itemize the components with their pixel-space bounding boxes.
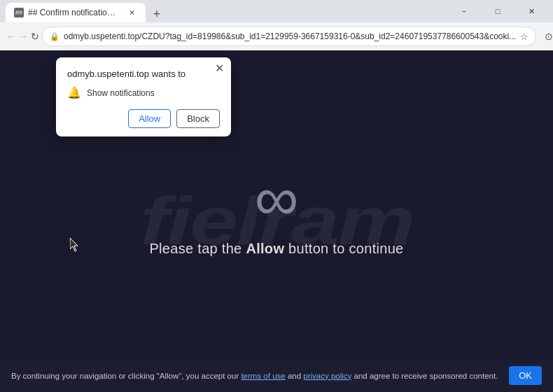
star-icon[interactable]: ☆ bbox=[520, 31, 528, 42]
new-tab-button[interactable]: + bbox=[148, 6, 165, 22]
popup-row: 🔔 Show notifications bbox=[67, 86, 220, 99]
back-button[interactable]: ← bbox=[6, 27, 15, 46]
main-content: ∞ Please tap the Allow button to continu… bbox=[149, 168, 403, 257]
consent-text-middle: and bbox=[286, 372, 304, 380]
forward-button[interactable]: → bbox=[18, 27, 28, 46]
infinity-symbol: ∞ bbox=[255, 168, 299, 230]
bell-icon: 🔔 bbox=[67, 86, 81, 99]
profile-icon[interactable]: ⊙ bbox=[539, 27, 553, 46]
toolbar: ← → ↻ 🔒 odmyb.uspetenti.top/CZDU?tag_id=… bbox=[0, 22, 553, 50]
window-controls: − □ ✕ bbox=[448, 0, 547, 22]
toolbar-right: ⊙ ⋮ bbox=[539, 27, 553, 46]
consent-text: By continuing your navigation or clickin… bbox=[11, 372, 500, 380]
lock-icon: 🔒 bbox=[50, 32, 59, 41]
popup-actions: Allow Block bbox=[67, 109, 220, 128]
address-bar[interactable]: 🔒 odmyb.uspetenti.top/CZDU?tag_id=819986… bbox=[42, 27, 536, 46]
tab-area: ## ## Confirm notifications ## ✕ + bbox=[6, 0, 445, 22]
allow-button[interactable]: Allow bbox=[128, 109, 171, 128]
tab-title: ## Confirm notifications ## bbox=[28, 8, 119, 18]
maximize-button[interactable]: □ bbox=[482, 0, 514, 22]
continue-text: Please tap the Allow button to continue bbox=[149, 241, 403, 257]
close-window-button[interactable]: ✕ bbox=[515, 0, 547, 22]
tab-close-button[interactable]: ✕ bbox=[126, 7, 137, 18]
titlebar: ## ## Confirm notifications ## ✕ + − □ ✕ bbox=[0, 0, 553, 22]
content-area: fielram ∞ Please tap the Allow button to… bbox=[0, 50, 553, 392]
address-right-icons: ☆ bbox=[520, 31, 528, 42]
popup-close-button[interactable]: ✕ bbox=[215, 63, 224, 74]
consent-text-after: and agree to receive sponsored content. bbox=[351, 372, 498, 380]
continue-text-plain: Please tap the bbox=[149, 241, 246, 256]
consent-text-before: By continuing your navigation or clickin… bbox=[11, 372, 241, 380]
block-button[interactable]: Block bbox=[176, 109, 220, 128]
tab-favicon: ## bbox=[14, 8, 24, 18]
popup-title: odmyb.uspetenti.top wants to bbox=[67, 69, 220, 79]
terms-link[interactable]: terms of use bbox=[241, 372, 285, 380]
active-tab[interactable]: ## ## Confirm notifications ## ✕ bbox=[6, 3, 146, 22]
address-text: odmyb.uspetenti.top/CZDU?tag_id=819986&s… bbox=[64, 31, 516, 41]
notification-popup: ✕ odmyb.uspetenti.top wants to 🔔 Show no… bbox=[56, 57, 231, 136]
consent-bar: By continuing your navigation or clickin… bbox=[0, 359, 553, 392]
ok-button[interactable]: OK bbox=[509, 366, 542, 385]
refresh-button[interactable]: ↻ bbox=[31, 27, 39, 46]
popup-description: Show notifications bbox=[87, 88, 155, 98]
continue-text-bold: Allow bbox=[246, 241, 284, 256]
minimize-button[interactable]: − bbox=[448, 0, 480, 22]
continue-text-suffix: button to continue bbox=[284, 241, 403, 256]
privacy-link[interactable]: privacy policy bbox=[303, 372, 351, 380]
